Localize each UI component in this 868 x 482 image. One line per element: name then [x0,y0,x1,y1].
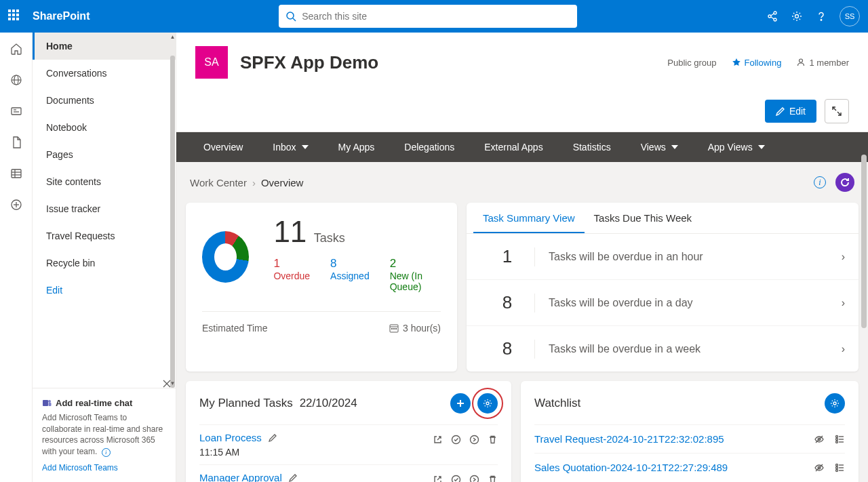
content-scroll-thumb[interactable] [861,155,867,328]
search-wrap [90,5,766,28]
svg-point-37 [471,436,479,444]
nav-recycle-bin[interactable]: Recycle bin [33,249,176,277]
arrow-circle-icon[interactable] [469,435,479,445]
pencil-icon[interactable] [269,433,277,442]
scroll-up-icon[interactable]: ▲ [170,34,176,40]
unwatch-icon[interactable] [814,462,825,473]
trash-icon[interactable] [488,475,498,482]
open-external-icon[interactable] [433,475,443,482]
tab-inbox[interactable]: Inbox [258,132,323,162]
details-icon[interactable] [834,462,845,473]
arrow-circle-icon[interactable] [469,475,479,482]
nav-edit[interactable]: Edit [33,277,176,304]
nav-issue-tracker[interactable]: Issue tracker [33,195,176,222]
add-task-button[interactable] [450,393,471,414]
news-icon[interactable] [9,104,23,118]
file-icon[interactable] [9,136,23,149]
scroll-thumb[interactable] [170,56,175,388]
planned-settings-button[interactable] [477,393,498,414]
globe-icon[interactable] [9,73,23,87]
summary-row[interactable]: 1 Tasks will be overdue in an hour › [467,234,859,280]
search-box[interactable] [279,5,577,28]
chevron-down-icon [302,145,309,149]
settings-icon[interactable] [791,10,803,22]
check-circle-icon[interactable] [451,435,461,445]
nav-notebook[interactable]: Notebook [33,114,176,141]
edit-button[interactable]: Edit [765,100,816,123]
open-external-icon[interactable] [433,435,443,445]
nav-home[interactable]: Home [33,33,176,60]
home-icon[interactable] [9,42,23,56]
share-icon[interactable] [766,10,778,22]
svg-point-40 [833,402,836,405]
fullscreen-icon[interactable] [825,99,849,123]
unwatch-icon[interactable] [814,434,825,445]
summary-count: 1 [480,246,534,267]
pencil-icon [776,106,785,116]
site-nav-column: Home Conversations Documents Notebook Pa… [33,33,176,482]
tab-task-summary[interactable]: Task Summary View [473,203,585,233]
info-icon[interactable]: i [102,448,111,457]
nav-conversations[interactable]: Conversations [33,60,176,87]
tab-external-apps[interactable]: External Apps [469,132,557,162]
tab-due-this-week[interactable]: Tasks Due This Week [585,203,702,233]
chevron-right-icon: › [842,297,845,309]
suite-actions: SS [766,6,860,26]
chevron-down-icon [758,145,765,149]
person-icon [796,58,806,67]
svg-point-35 [486,402,489,405]
svg-rect-31 [393,328,395,329]
realtime-link[interactable]: Add Microsoft Teams [42,463,166,473]
list-icon[interactable] [9,167,23,180]
avatar[interactable]: SS [840,6,860,26]
task-name[interactable]: Loan Process [199,432,277,443]
summary-text: Tasks will be overdue in an hour [549,251,842,263]
stat-overdue[interactable]: 1Overdue [273,257,310,292]
search-input[interactable] [302,11,570,22]
svg-point-43 [836,435,838,437]
task-name[interactable]: Manager Approval [199,472,298,482]
nav-documents[interactable]: Documents [33,87,176,114]
tab-my-apps[interactable]: My Apps [323,132,390,162]
check-circle-icon[interactable] [451,475,461,482]
search-icon [285,11,296,22]
help-icon[interactable] [815,10,827,22]
svg-point-51 [836,464,838,466]
star-icon [732,58,741,67]
summary-row[interactable]: 8 Tasks will be overdue in a week › [467,326,859,371]
nav-site-contents[interactable]: Site contents [33,168,176,195]
site-title: SPFX App Demo [240,52,378,73]
tab-views[interactable]: Views [626,132,693,162]
tab-app-views[interactable]: App Views [693,132,780,162]
tab-statistics[interactable]: Statistics [558,132,626,162]
content-area: SA SPFX App Demo Public group Following … [176,33,868,482]
pencil-icon[interactable] [289,473,298,482]
summary-row[interactable]: 8 Tasks will be overdue in a day › [467,280,859,326]
dashboard: 11 Tasks 1Overdue 8Assigned 2New (In Que… [176,203,868,482]
watchlist-row: Sales Quotation-2024-10-21T22:27:29:489 [534,453,845,481]
nav-travel-requests[interactable]: Travel Requests [33,222,176,249]
workcenter-tabbar: Overview Inbox My Apps Delegations Exter… [176,132,868,162]
task-row: Loan Process 11:15 AM [199,424,498,464]
close-icon[interactable] [162,379,172,388]
info-icon[interactable]: i [814,176,826,188]
trash-icon[interactable] [488,435,498,445]
watchlist-card: Watchlist Travel Request-2024-10-21T22:3… [521,381,859,482]
following-button[interactable]: Following [732,58,782,68]
tab-delegations[interactable]: Delegations [389,132,469,162]
watchlist-item[interactable]: Sales Quotation-2024-10-21T22:27:29:489 [534,462,814,473]
watchlist-settings-button[interactable] [825,393,845,414]
details-icon[interactable] [834,434,845,445]
stat-new[interactable]: 2New (In Queue) [390,257,441,292]
tab-overview[interactable]: Overview [189,132,258,162]
site-nav: Home Conversations Documents Notebook Pa… [33,33,176,388]
nav-pages[interactable]: Pages [33,141,176,168]
reload-button[interactable] [835,173,854,192]
svg-point-7 [795,15,799,18]
members-button[interactable]: 1 member [796,58,849,68]
add-icon[interactable] [9,198,23,212]
stat-assigned[interactable]: 8Assigned [330,257,370,292]
breadcrumb-root[interactable]: Work Center [190,177,247,188]
app-launcher-icon[interactable] [8,9,22,23]
watchlist-item[interactable]: Travel Request-2024-10-21T22:32:02:895 [534,433,814,445]
